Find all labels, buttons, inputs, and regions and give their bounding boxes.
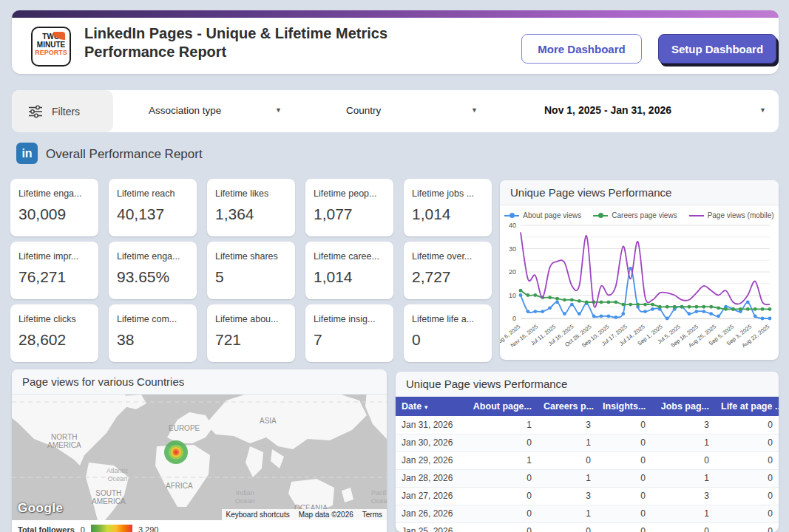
svg-text:10: 10 xyxy=(509,292,516,299)
table-cell: 0 xyxy=(538,522,597,532)
metric-label: Lifetime clicks xyxy=(18,314,91,324)
legend-gradient-bar xyxy=(91,525,132,532)
logo-line2: MINUTE xyxy=(33,41,70,49)
setup-dashboard-button[interactable]: Setup Dashboard xyxy=(658,34,776,64)
header-card: TWO MINUTE REPORTS LinkedIn Pages - Uniq… xyxy=(12,10,779,74)
metric-value: 1,364 xyxy=(215,205,288,223)
metric-value: 2,727 xyxy=(412,268,484,286)
table-cell: 0 xyxy=(597,434,651,451)
metric-label: Lifetime peop... xyxy=(314,188,386,199)
page-title: LinkedIn Pages - Unique & Lifetime Metri… xyxy=(84,24,387,61)
table-cell: 0 xyxy=(597,487,651,505)
table-cell: 1 xyxy=(651,505,715,522)
map-attribution: Keyboard shortcuts Map data ©2026 Terms xyxy=(222,509,387,520)
table-header-row: Date ▼About page...Careers p...Insights.… xyxy=(396,397,779,416)
metric-label: Lifetime enga... xyxy=(117,251,189,262)
chart-panel-title: Unique Page views Performance xyxy=(500,180,779,205)
more-dashboard-button[interactable]: More Dashboard xyxy=(521,34,642,64)
metric-label: Lifetime shares xyxy=(215,251,288,262)
metric-value: 5 xyxy=(215,268,288,286)
legend-label: Page views (mobile) xyxy=(708,211,774,219)
column-header-about-page[interactable]: About page... xyxy=(464,397,538,416)
column-header-date[interactable]: Date ▼ xyxy=(396,397,464,416)
heatmap-dot-europe xyxy=(164,440,188,464)
metric-card: Lifetime jobs ... 1,014 xyxy=(404,179,492,236)
filters-button[interactable]: Filters xyxy=(12,90,113,132)
metric-label: Lifetime jobs ... xyxy=(412,188,484,199)
legend-label: About page views xyxy=(523,211,581,219)
table-cell: 0 xyxy=(464,522,538,532)
column-header-insights[interactable]: Insights... xyxy=(597,397,651,416)
table-cell: 0 xyxy=(715,451,779,469)
column-header-jobs-pag[interactable]: Jobs pag... xyxy=(651,397,715,416)
metric-value: 28,602 xyxy=(18,331,91,349)
legend-item: Careers page views xyxy=(593,211,677,219)
metric-card: Lifetime reach 40,137 xyxy=(109,179,197,236)
metric-label: Lifetime reach xyxy=(117,188,189,199)
total-followers-label: Total followers xyxy=(18,525,75,532)
legend-label: Careers page views xyxy=(612,211,677,219)
two-minute-reports-logo: TWO MINUTE REPORTS xyxy=(31,27,71,66)
association-type-caret-icon[interactable]: ▼ xyxy=(275,106,282,114)
table-cell: 0 xyxy=(715,416,779,434)
table-cell: 0 xyxy=(597,451,651,469)
table-cell: 0 xyxy=(651,451,715,469)
map-label-north-america: NORTHAMERICA xyxy=(47,433,81,449)
table-cell: 0 xyxy=(538,451,597,469)
legend-swatch xyxy=(689,215,704,216)
logo-line3: REPORTS xyxy=(33,49,70,57)
date-range-caret-icon[interactable]: ▼ xyxy=(759,106,766,114)
country-dropdown[interactable]: Country xyxy=(346,105,381,116)
terms-link[interactable]: Terms xyxy=(358,509,387,520)
page-title-line1: LinkedIn Pages - Unique & Lifetime Metri… xyxy=(84,24,387,43)
table-row: Jan 28, 202601010 xyxy=(396,469,779,487)
metric-label: Lifetime insig... xyxy=(314,314,386,324)
metric-label: Lifetime abou... xyxy=(215,314,288,324)
map-panel-title: Page views for various Countries xyxy=(12,369,387,395)
svg-text:0: 0 xyxy=(512,315,516,322)
sort-descending-icon: ▼ xyxy=(421,404,429,411)
google-logo[interactable]: Google xyxy=(18,501,64,516)
world-map[interactable]: NORTHAMERICA SOUTHAMERICA EUROPE AFRICA … xyxy=(12,395,387,520)
table-cell: 0 xyxy=(597,469,651,487)
table-cell: Jan 28, 2026 xyxy=(396,469,464,487)
legend-swatch xyxy=(593,215,608,216)
table-cell: 0 xyxy=(651,522,715,532)
table-row: Jan 27, 202603030 xyxy=(396,487,779,505)
date-range-picker[interactable]: Nov 1, 2025 - Jan 31, 2026 xyxy=(544,104,671,116)
table-cell: 0 xyxy=(597,505,651,522)
filter-bar: Filters Association type ▼ Country ▼ Nov… xyxy=(12,90,779,132)
table-panel: Unique Page views Performance Date ▼Abou… xyxy=(396,372,779,532)
chart-panel: Unique Page views Performance About page… xyxy=(500,180,779,360)
column-header-careers-p[interactable]: Careers p... xyxy=(538,397,597,416)
table-row: Jan 26, 202601010 xyxy=(396,505,779,522)
metric-label: Lifetime likes xyxy=(215,188,288,199)
metric-label: Lifetime impr... xyxy=(18,251,91,262)
metric-value: 38 xyxy=(117,331,189,349)
country-caret-icon[interactable]: ▼ xyxy=(471,106,478,114)
table-cell: 0 xyxy=(715,434,779,451)
keyboard-shortcuts-link[interactable]: Keyboard shortcuts xyxy=(222,509,294,520)
metric-value: 1,014 xyxy=(314,268,386,286)
metric-value: 30,009 xyxy=(18,205,91,223)
map-label-atlantic-ocean: AtlanticOcean xyxy=(106,467,129,483)
metric-label: Lifetime over... xyxy=(412,251,484,262)
metric-cards-grid: Lifetime enga... 30,009Lifetime reach 40… xyxy=(10,179,492,362)
metric-value: 93.65% xyxy=(117,268,189,286)
table-cell: Jan 29, 2026 xyxy=(396,451,464,469)
metric-card: Lifetime peop... 1,077 xyxy=(305,179,393,236)
legend-swatch xyxy=(504,215,519,216)
map-data-label: Map data ©2026 xyxy=(294,509,358,520)
metric-card: Lifetime likes 1,364 xyxy=(207,179,295,236)
metric-label: Lifetime com... xyxy=(117,314,189,324)
column-header-life-at-page[interactable]: Life at page ... xyxy=(715,397,779,416)
metric-card: Lifetime caree... 1,014 xyxy=(305,242,393,299)
table-cell: 1 xyxy=(651,469,715,487)
world-map-graphic xyxy=(12,395,387,520)
table-cell: 1 xyxy=(538,434,597,451)
table-cell: 1 xyxy=(651,434,715,451)
metric-card: Lifetime over... 2,727 xyxy=(404,242,492,299)
metric-value: 1,014 xyxy=(412,205,484,223)
table-cell: 0 xyxy=(597,416,651,434)
association-type-dropdown[interactable]: Association type xyxy=(149,105,221,116)
